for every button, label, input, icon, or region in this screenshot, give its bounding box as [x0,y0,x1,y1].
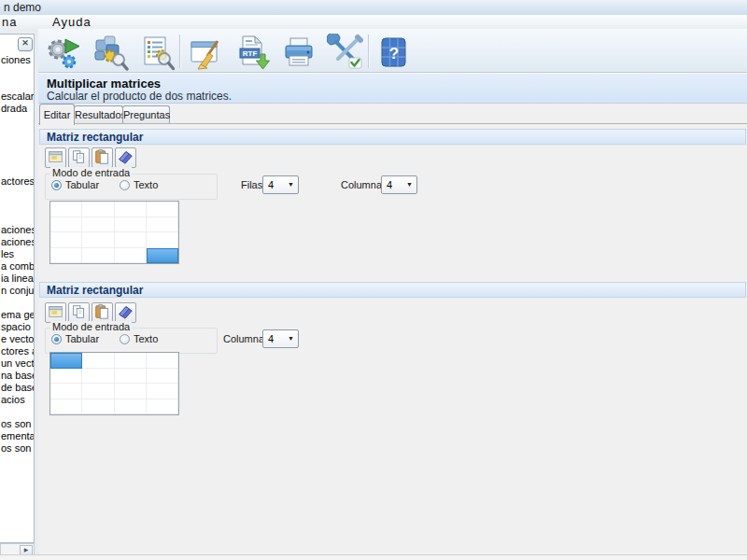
matrix-cell[interactable] [147,353,178,369]
sidebar-item[interactable]: escalar [0,91,34,103]
matrix-cell[interactable] [115,369,147,385]
matrix-cell[interactable] [82,353,114,369]
matrix-size-icon[interactable] [45,147,66,168]
sidebar-item-spacer [0,115,34,127]
panel-1-header: Matriz rectangular [39,129,746,145]
radio-icon [120,334,130,344]
matrix-cell[interactable] [147,399,178,415]
matrix-cell[interactable] [115,217,147,233]
matrix-cell[interactable] [147,248,178,264]
print-icon[interactable] [279,33,318,72]
radio-texto[interactable]: Texto [120,333,158,344]
title-bar[interactable]: n demo [0,0,747,15]
sidebar-item[interactable]: e vectores [0,333,34,345]
report-icon[interactable] [137,33,176,72]
sidebar-item[interactable]: de base [0,382,34,394]
tab-resultados[interactable]: Resultados [74,105,123,124]
problems-icon[interactable] [91,33,130,72]
sidebar-item[interactable]: n conjunto [0,285,34,297]
matrix-size-icon[interactable] [45,302,66,323]
paste-icon[interactable] [92,302,113,323]
calculate-icon[interactable] [44,33,83,72]
columnas-select[interactable]: 4 ▼ [381,175,417,194]
matrix-cell[interactable] [147,232,178,248]
radio-tabular[interactable]: Tabular [51,333,99,344]
paste-icon[interactable] [92,147,113,168]
matrix-cell[interactable] [50,248,82,264]
matrix-cell[interactable] [50,202,82,217]
svg-text:?: ? [389,45,399,63]
tab-editar[interactable]: Editar [39,104,75,125]
sidebar-item[interactable]: ementario [0,430,34,442]
matrix-cell[interactable] [50,353,82,369]
matrix-grid-2 [49,352,179,415]
matrix-cell[interactable] [82,369,114,385]
sidebar-item[interactable]: os son igu [0,442,34,455]
erase-icon[interactable] [115,302,136,323]
sidebar-item[interactable]: un vector [0,357,34,370]
close-icon[interactable]: ✕ [18,37,33,51]
radio-tabular[interactable]: Tabular [51,179,99,190]
matrix-cell[interactable] [50,217,82,233]
window-title: n demo [4,1,41,14]
matrix-cell[interactable] [147,217,178,233]
matrix-cell[interactable] [82,232,114,248]
erase-icon[interactable] [115,147,136,168]
matrix-cell[interactable] [82,399,114,415]
sidebar-item[interactable]: actores [0,175,34,188]
sidebar-item-spacer [0,78,34,91]
sidebar-item[interactable]: aciones lin [0,224,34,236]
chevron-down-icon: ▼ [288,181,294,188]
matrix-cell[interactable] [50,399,82,415]
tab-preguntas[interactable]: Preguntas [122,105,170,124]
matrix-cell[interactable] [147,369,178,385]
menu-bar: na Ayuda [0,15,747,30]
sidebar-item-spacer [0,297,34,309]
sidebar-item[interactable]: aciones lin [0,236,34,248]
sidebar-item[interactable]: ia lineal [0,273,34,285]
matrix-cell[interactable] [115,353,147,369]
sidebar-item-spacer [0,200,34,212]
help-icon[interactable]: ? [374,33,414,72]
matrix-cell[interactable] [115,384,147,399]
sidebar-item[interactable]: les [0,248,34,260]
menu-item-ayuda[interactable]: Ayuda [52,15,92,29]
matrix-cell[interactable] [147,384,178,399]
matrix-cell[interactable] [50,384,82,399]
export-rtf-icon[interactable]: RTF [233,33,272,72]
app-window: n demo na Ayuda ✕ ciones lineescalardrad… [0,0,747,560]
matrix-cell[interactable] [115,202,147,217]
matrix-cell[interactable] [82,202,114,217]
mode-group-label: Modo de entrada [50,167,132,178]
sidebar-item[interactable]: drada [0,103,34,115]
sidebar-item[interactable]: os son co [0,418,34,430]
filas-select[interactable]: 4 ▼ [262,175,299,194]
matrix-cell[interactable] [82,384,114,399]
radio-texto[interactable]: Texto [120,179,158,190]
copy-icon[interactable] [68,147,90,168]
sidebar-item[interactable]: a combina [0,260,34,273]
matrix-cell[interactable] [50,369,82,385]
menu-item-ventana[interactable]: na [2,15,17,29]
sidebar-item[interactable]: ctores a u [0,345,34,357]
matrix-cell[interactable] [82,217,114,233]
sidebar-item[interactable]: ciones line [0,54,34,66]
toolbar-separator [368,35,370,68]
matrix-cell[interactable] [115,248,147,264]
svg-text:RTF: RTF [243,49,258,58]
copy-icon[interactable] [68,302,90,323]
matrix-cell[interactable] [115,399,147,415]
sidebar-item[interactable]: ema gene [0,309,34,321]
matrix-cell[interactable] [115,232,147,248]
sidebar-item[interactable]: spacio [0,321,34,333]
matrix-cell[interactable] [50,232,82,248]
mode-group-label: Modo de entrada [50,321,132,332]
settings-icon[interactable] [326,33,365,72]
columnas-select[interactable]: 4 ▼ [262,329,299,348]
matrix-cell[interactable] [147,202,178,217]
sidebar-item[interactable]: na base [0,370,34,382]
sidebar-item-spacer [0,188,34,200]
matrix-cell[interactable] [82,248,114,264]
clean-icon[interactable] [186,33,225,72]
sidebar-item[interactable]: acios [0,394,34,406]
